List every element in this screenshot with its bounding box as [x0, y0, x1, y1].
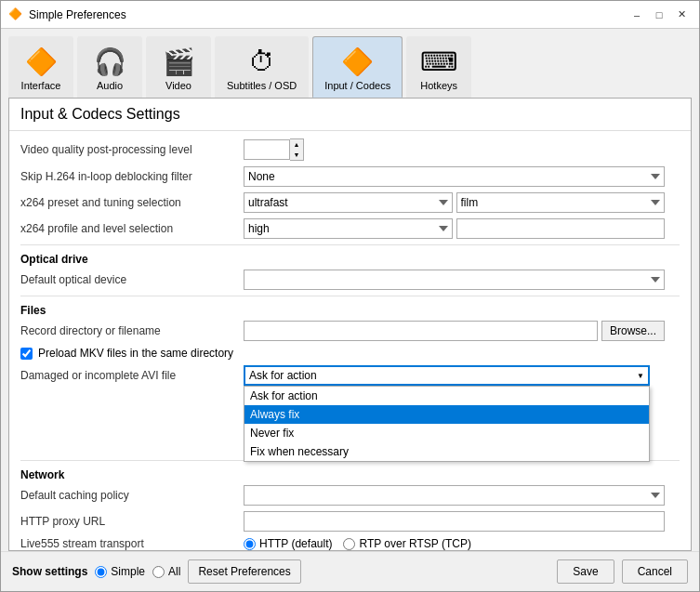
- main-window: 🔶 Simple Preferences – □ ✕ 🔶 Interface 🎧…: [0, 0, 700, 592]
- bottom-left: Show settings Simple All Reset Preferenc…: [12, 559, 301, 584]
- live555-rtp-radio[interactable]: [343, 538, 355, 550]
- default-optical-group: Default optical device: [20, 270, 680, 290]
- tab-video-label: Video: [165, 80, 192, 91]
- live555-radio-group: HTTP (default) RTP over RTSP (TCP): [244, 537, 665, 550]
- dropdown-arrow-icon: ▼: [637, 372, 644, 380]
- x264-level-input[interactable]: 0: [456, 218, 666, 239]
- x264-preset-select[interactable]: ultrafast superfast veryfast faster fast…: [244, 192, 453, 213]
- cancel-button[interactable]: Cancel: [622, 559, 688, 584]
- reset-button[interactable]: Reset Preferences: [188, 559, 300, 584]
- tab-subtitles-label: Subtitles / OSD: [227, 80, 297, 91]
- x264-profile-label: x264 profile and level selection: [20, 222, 244, 235]
- http-proxy-group: HTTP proxy URL: [20, 511, 680, 532]
- damaged-avi-trigger[interactable]: Ask for action ▼: [244, 365, 650, 386]
- live555-group: Live555 stream transport HTTP (default) …: [20, 537, 680, 550]
- dropdown-item-never[interactable]: Never fix: [244, 424, 649, 442]
- damaged-avi-container: Ask for action ▼ Ask for action Always f…: [244, 365, 665, 386]
- interface-icon: 🔶: [22, 43, 59, 80]
- http-proxy-label: HTTP proxy URL: [20, 515, 244, 528]
- title-bar: 🔶 Simple Preferences – □ ✕: [1, 1, 699, 29]
- live555-label: Live555 stream transport: [20, 537, 244, 550]
- dropdown-item-ask[interactable]: Ask for action: [244, 387, 649, 405]
- http-proxy-input[interactable]: [244, 511, 665, 532]
- network-header: Network: [20, 468, 680, 481]
- tab-audio-label: Audio: [97, 80, 123, 91]
- default-optical-label: Default optical device: [20, 273, 244, 286]
- tab-input[interactable]: 🔶 Input / Codecs: [312, 36, 403, 98]
- all-radio[interactable]: [152, 566, 165, 578]
- window-controls: – □ ✕: [627, 5, 692, 25]
- preload-mkv-group: Preload MKV files in the same directory: [20, 347, 680, 360]
- tab-video[interactable]: 🎬 Video: [146, 36, 211, 98]
- x264-tuning-select[interactable]: film animation grain stillimage: [456, 192, 666, 213]
- damaged-avi-value: Ask for action: [249, 369, 317, 382]
- content-area: Input & Codecs Settings Video quality po…: [8, 98, 692, 551]
- section-title: Input & Codecs Settings: [9, 99, 691, 131]
- damaged-avi-label: Damaged or incomplete AVI file: [20, 365, 244, 386]
- x264-preset-group: x264 preset and tuning selection ultrafa…: [20, 192, 680, 213]
- close-button[interactable]: ✕: [671, 5, 692, 25]
- skip-h264-label: Skip H.264 in-loop deblocking filter: [20, 170, 244, 183]
- minimize-button[interactable]: –: [627, 5, 647, 25]
- default-optical-select[interactable]: [244, 270, 665, 290]
- tab-audio[interactable]: 🎧 Audio: [77, 36, 142, 98]
- bottom-right: Save Cancel: [557, 559, 688, 584]
- live555-http-label: HTTP (default): [259, 537, 332, 550]
- optical-drive-header: Optical drive: [20, 253, 680, 266]
- simple-label: Simple: [111, 565, 145, 578]
- record-directory-input[interactable]: [244, 321, 598, 341]
- spinbox-down[interactable]: ▼: [290, 150, 303, 160]
- x264-profile-group: x264 profile and level selection high ba…: [20, 218, 680, 239]
- dropdown-item-always[interactable]: Always fix: [244, 405, 649, 424]
- default-caching-group: Default caching policy: [20, 485, 680, 506]
- damaged-avi-dropdown: Ask for action Always fix Never fix Fix …: [244, 386, 650, 462]
- tab-hotkeys-label: Hotkeys: [420, 80, 457, 91]
- tab-interface-label: Interface: [21, 80, 61, 91]
- default-caching-select[interactable]: [244, 485, 665, 506]
- video-quality-label: Video quality post-processing level: [20, 143, 244, 156]
- settings-body: Video quality post-processing level 6 ▲ …: [9, 131, 691, 550]
- show-settings-label: Show settings: [12, 565, 87, 578]
- live555-http-radio[interactable]: [244, 538, 256, 550]
- app-icon: 🔶: [8, 7, 23, 22]
- skip-h264-select[interactable]: None Non-ref Bidir Non-key All: [244, 166, 665, 187]
- video-quality-group: Video quality post-processing level 6 ▲ …: [20, 138, 680, 161]
- x264-profile-select[interactable]: high baseline main high10: [244, 218, 453, 239]
- dropdown-item-when[interactable]: Fix when necessary: [244, 442, 649, 461]
- tab-hotkeys[interactable]: ⌨ Hotkeys: [406, 36, 471, 98]
- files-header: Files: [20, 304, 680, 317]
- live555-rtp-option[interactable]: RTP over RTSP (TCP): [343, 537, 470, 550]
- live555-rtp-label: RTP over RTSP (TCP): [359, 537, 470, 550]
- spinbox-up[interactable]: ▲: [290, 139, 303, 150]
- damaged-avi-group: Damaged or incomplete AVI file Ask for a…: [20, 365, 680, 386]
- preload-mkv-checkbox[interactable]: [20, 348, 33, 360]
- input-icon: 🔶: [339, 43, 376, 80]
- maximize-button[interactable]: □: [649, 5, 669, 25]
- live555-http-option[interactable]: HTTP (default): [244, 537, 332, 550]
- tab-bar: 🔶 Interface 🎧 Audio 🎬 Video ⏱ Subtitles …: [1, 29, 699, 98]
- save-button[interactable]: Save: [557, 559, 614, 584]
- tab-interface[interactable]: 🔶 Interface: [8, 36, 73, 98]
- bottom-bar: Show settings Simple All Reset Preferenc…: [1, 551, 699, 591]
- x264-preset-label: x264 preset and tuning selection: [20, 196, 244, 209]
- simple-radio[interactable]: [95, 566, 107, 578]
- tab-subtitles[interactable]: ⏱ Subtitles / OSD: [215, 36, 309, 98]
- video-icon: 🎬: [160, 43, 197, 80]
- audio-icon: 🎧: [91, 43, 128, 80]
- subtitles-icon: ⏱: [244, 43, 281, 80]
- skip-h264-group: Skip H.264 in-loop deblocking filter Non…: [20, 166, 680, 187]
- all-radio-option[interactable]: All: [152, 565, 180, 578]
- window-title: Simple Preferences: [29, 8, 126, 21]
- simple-radio-option[interactable]: Simple: [95, 565, 145, 578]
- record-directory-group: Record directory or filename Browse...: [20, 321, 680, 341]
- tab-input-label: Input / Codecs: [324, 80, 390, 91]
- browse-button[interactable]: Browse...: [601, 321, 665, 341]
- preload-mkv-label[interactable]: Preload MKV files in the same directory: [38, 347, 233, 360]
- video-quality-input[interactable]: 6: [244, 139, 290, 160]
- record-directory-label: Record directory or filename: [20, 324, 244, 337]
- default-caching-label: Default caching policy: [20, 489, 244, 502]
- hotkeys-icon: ⌨: [420, 43, 457, 80]
- all-label: All: [168, 565, 180, 578]
